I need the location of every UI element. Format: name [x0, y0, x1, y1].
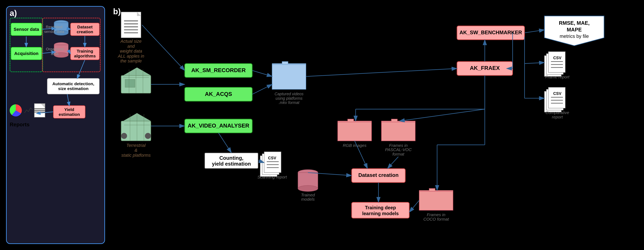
svg-rect-79 — [382, 122, 415, 141]
svg-rect-76 — [338, 122, 372, 141]
left-panel: a) Sensor data Acquisition Recorded — [6, 6, 105, 244]
svg-rect-110 — [548, 87, 566, 108]
automatic-detection-box: Automatic detection, size estimation — [47, 78, 100, 94]
svg-point-72 — [298, 186, 318, 192]
svg-text:AK_ACQS: AK_ACQS — [205, 91, 232, 97]
svg-rect-40 — [145, 133, 151, 139]
svg-text:PASCAL-VOC: PASCAL-VOC — [385, 147, 412, 152]
svg-line-130 — [409, 200, 419, 212]
svg-text:the sample: the sample — [120, 58, 142, 63]
svg-text:Frames in: Frames in — [427, 212, 446, 217]
svg-text:RGB images: RGB images — [343, 143, 366, 148]
svg-text:ALL apples in: ALL apples in — [117, 54, 144, 59]
svg-line-14 — [67, 94, 69, 105]
svg-line-118 — [252, 71, 272, 77]
reports-label: Reports — [10, 122, 30, 128]
svg-text:and: and — [128, 44, 135, 49]
right-content: Actual size and weight data ALL apples i… — [109, 6, 638, 244]
svg-text:Frame report: Frame report — [545, 75, 570, 79]
svg-text:RMSE, MAE,: RMSE, MAE, — [559, 20, 590, 26]
svg-text:report: report — [552, 115, 563, 119]
svg-text:AK_FRAEX: AK_FRAEX — [470, 65, 500, 71]
svg-text:CSV: CSV — [268, 156, 276, 160]
left-panel-label: a) — [10, 9, 17, 18]
svg-text:Terrestrial: Terrestrial — [126, 143, 146, 148]
svg-rect-64 — [264, 152, 281, 172]
svg-text:weight data: weight data — [120, 49, 142, 54]
svg-text:Dataset creation: Dataset creation — [358, 172, 399, 178]
svg-line-126 — [399, 109, 485, 121]
svg-text:static platforms: static platforms — [121, 153, 151, 158]
svg-text:Frames in: Frames in — [389, 143, 408, 148]
recorded-sensor-label: Recorded sensor data — [44, 25, 64, 34]
svg-text:Training deep: Training deep — [365, 205, 396, 210]
svg-rect-32 — [125, 79, 135, 87]
svg-text:CSV: CSV — [553, 91, 562, 96]
svg-text:Scanning report: Scanning report — [258, 175, 287, 179]
svg-text:metrics by file: metrics by file — [560, 34, 589, 39]
svg-text:using platforms: using platforms — [276, 96, 303, 101]
svg-text:&: & — [134, 148, 137, 153]
yield-estimation-box: Yield estimation — [53, 105, 86, 119]
svg-text:Captured videos: Captured videos — [275, 92, 304, 96]
svg-text:.mkv format: .mkv format — [279, 100, 300, 105]
svg-line-136 — [524, 62, 544, 63]
organized-data-label: Organized data — [45, 47, 65, 56]
sensor-data-box: Sensor data — [11, 23, 42, 36]
svg-text:format: format — [392, 152, 404, 156]
svg-rect-89 — [419, 191, 453, 210]
svg-text:Counting,: Counting, — [219, 155, 243, 161]
svg-line-117 — [142, 25, 185, 70]
svg-text:Trained: Trained — [301, 193, 315, 197]
svg-text:Actual size: Actual size — [120, 39, 142, 44]
svg-text:AK_VIDEO_ANALYSER: AK_VIDEO_ANALYSER — [188, 123, 249, 129]
svg-text:COCO format: COCO format — [423, 217, 449, 221]
dataset-creation-box: Dataset creation — [70, 23, 100, 36]
svg-text:yield estimation: yield estimation — [212, 161, 251, 167]
right-diagram-svg: Actual size and weight data ALL apples i… — [109, 6, 638, 244]
pie-chart — [10, 104, 22, 117]
line-chart-icon — [24, 106, 32, 115]
acquisition-box: Acquisition — [11, 47, 42, 60]
svg-text:Comparative: Comparative — [546, 110, 569, 115]
svg-text:learning models: learning models — [362, 211, 399, 216]
training-algorithms-box: Training algorithms — [70, 47, 100, 60]
svg-text:MAPE: MAPE — [567, 27, 582, 32]
svg-marker-31 — [123, 67, 151, 75]
svg-rect-55 — [272, 64, 306, 89]
svg-line-134 — [524, 30, 544, 33]
svg-text:AK_SM_RECORDER: AK_SM_RECORDER — [191, 67, 246, 73]
right-panel: b) — [109, 6, 638, 244]
svg-rect-39 — [121, 133, 127, 139]
svg-text:CSV: CSV — [553, 56, 562, 60]
svg-rect-102 — [548, 52, 566, 72]
svg-line-120 — [218, 133, 232, 153]
reports-area — [10, 103, 45, 118]
svg-text:models: models — [301, 197, 315, 201]
svg-line-122 — [306, 69, 457, 76]
svg-line-119 — [252, 84, 272, 94]
svg-line-128 — [387, 157, 398, 169]
main-container: a) Sensor data Acquisition Recorded — [0, 0, 644, 250]
